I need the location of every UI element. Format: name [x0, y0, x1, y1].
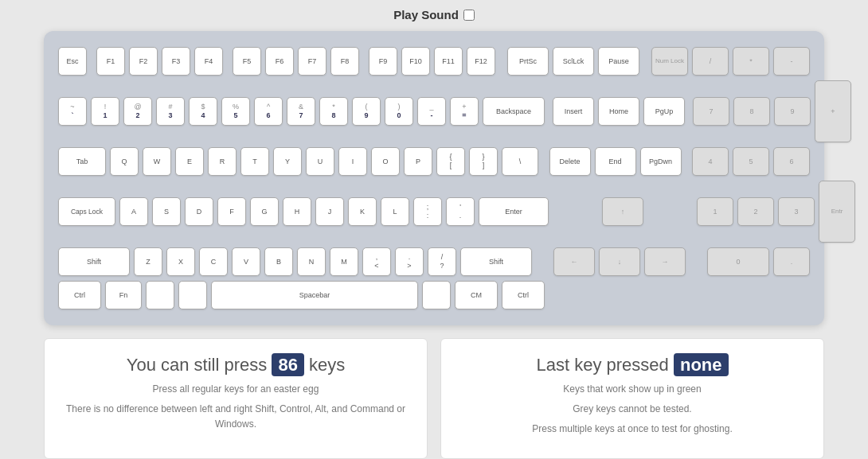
key-f12[interactable]: F12	[467, 47, 495, 76]
key-h[interactable]: H	[283, 197, 311, 226]
key-f8[interactable]: F8	[330, 47, 359, 76]
key-num-dot[interactable]: .	[773, 247, 810, 276]
key-slash[interactable]: /?	[428, 247, 456, 276]
key-esc[interactable]: Esc	[58, 47, 87, 76]
key-num-plus[interactable]: +	[815, 80, 851, 142]
key-w[interactable]: W	[143, 147, 171, 176]
key-delete[interactable]: Delete	[549, 147, 591, 176]
key-f[interactable]: F	[217, 197, 246, 226]
key-t[interactable]: T	[240, 147, 269, 176]
key-pause[interactable]: Pause	[598, 47, 639, 76]
key-arrow-down[interactable]: ↓	[599, 247, 640, 276]
key-ctrl-left[interactable]: Ctrl	[58, 281, 101, 309]
key-tilde[interactable]: ~`	[58, 97, 87, 126]
key-f5[interactable]: F5	[233, 47, 261, 76]
key-d[interactable]: D	[185, 197, 213, 226]
key-num2[interactable]: 2	[737, 197, 774, 226]
key-b[interactable]: B	[264, 247, 293, 276]
key-q[interactable]: Q	[110, 147, 139, 176]
key-u[interactable]: U	[306, 147, 334, 176]
key-f3[interactable]: F3	[162, 47, 190, 76]
key-f11[interactable]: F11	[434, 47, 463, 76]
key-5[interactable]: %5	[221, 97, 250, 126]
key-num0[interactable]: 0	[707, 247, 769, 276]
key-6[interactable]: ^6	[254, 97, 283, 126]
key-z[interactable]: Z	[134, 247, 162, 276]
key-4[interactable]: $4	[189, 97, 217, 126]
key-num9[interactable]: 9	[774, 97, 811, 126]
key-num6[interactable]: 6	[773, 147, 810, 176]
key-win-left[interactable]	[146, 281, 174, 309]
key-y[interactable]: Y	[273, 147, 302, 176]
key-1[interactable]: !1	[91, 97, 119, 126]
key-0[interactable]: )0	[385, 97, 413, 126]
key-9[interactable]: (9	[352, 97, 381, 126]
key-2[interactable]: @2	[123, 97, 152, 126]
key-i[interactable]: I	[338, 147, 367, 176]
key-arrow-up[interactable]: ↑	[602, 197, 643, 226]
key-a[interactable]: A	[119, 197, 148, 226]
key-shift-right[interactable]: Shift	[460, 247, 532, 276]
key-ctrl-right[interactable]: Ctrl	[502, 281, 545, 309]
key-semicolon[interactable]: ;:	[413, 197, 442, 226]
key-capslock[interactable]: Caps Lock	[58, 197, 115, 226]
key-tab[interactable]: Tab	[58, 147, 106, 176]
key-fn[interactable]: Fn	[105, 281, 142, 309]
key-pgup[interactable]: PgUp	[643, 97, 685, 126]
play-sound-checkbox[interactable]	[463, 10, 475, 21]
key-minus[interactable]: _-	[417, 97, 446, 126]
key-f9[interactable]: F9	[369, 47, 397, 76]
key-arrow-left[interactable]: ←	[553, 247, 595, 276]
key-home[interactable]: Home	[598, 97, 639, 126]
key-m[interactable]: M	[330, 247, 358, 276]
key-num-enter[interactable]: Entr	[819, 181, 855, 243]
key-alt-right[interactable]	[422, 281, 451, 309]
key-3[interactable]: #3	[156, 97, 185, 126]
key-f1[interactable]: F1	[96, 47, 125, 76]
key-7[interactable]: &7	[287, 97, 315, 126]
key-backslash[interactable]: \	[502, 147, 538, 176]
key-bracket-open[interactable]: {[	[436, 147, 465, 176]
key-quote[interactable]: '.	[446, 197, 475, 226]
key-num3[interactable]: 3	[778, 197, 815, 226]
key-space[interactable]: Spacebar	[211, 281, 418, 309]
key-num8[interactable]: 8	[733, 97, 770, 126]
key-period[interactable]: .>	[395, 247, 424, 276]
key-cm[interactable]: CM	[455, 281, 498, 309]
key-num-star[interactable]: *	[733, 47, 769, 76]
key-f2[interactable]: F2	[129, 47, 158, 76]
key-numlock[interactable]: Num Lock	[651, 47, 688, 76]
key-8[interactable]: *8	[319, 97, 348, 126]
key-v[interactable]: V	[232, 247, 260, 276]
key-backspace[interactable]: Backspace	[483, 97, 545, 126]
key-s[interactable]: S	[152, 197, 181, 226]
key-end[interactable]: End	[595, 147, 636, 176]
key-insert[interactable]: Insert	[553, 97, 594, 126]
key-f4[interactable]: F4	[194, 47, 223, 76]
key-num4[interactable]: 4	[692, 147, 729, 176]
key-comma[interactable]: ,<	[362, 247, 391, 276]
key-equal[interactable]: +=	[450, 97, 479, 126]
key-o[interactable]: O	[371, 147, 400, 176]
key-f10[interactable]: F10	[401, 47, 430, 76]
key-pgdn[interactable]: PgDwn	[640, 147, 682, 176]
key-j[interactable]: J	[315, 197, 344, 226]
key-shift-left[interactable]: Shift	[58, 247, 130, 276]
key-enter[interactable]: Enter	[479, 197, 549, 226]
key-prtsc[interactable]: PrtSc	[507, 47, 549, 76]
key-num-minus[interactable]: -	[773, 47, 810, 76]
key-num5[interactable]: 5	[733, 147, 769, 176]
key-x[interactable]: X	[166, 247, 195, 276]
key-scllck[interactable]: SclLck	[553, 47, 594, 76]
key-arrow-right[interactable]: →	[644, 247, 686, 276]
key-c[interactable]: C	[199, 247, 228, 276]
key-num-slash[interactable]: /	[692, 47, 729, 76]
key-g[interactable]: G	[250, 197, 279, 226]
key-num1[interactable]: 1	[697, 197, 733, 226]
key-f6[interactable]: F6	[265, 47, 294, 76]
key-n[interactable]: N	[297, 247, 326, 276]
key-k[interactable]: K	[348, 197, 377, 226]
key-e[interactable]: E	[175, 147, 204, 176]
key-f7[interactable]: F7	[298, 47, 326, 76]
key-bracket-close[interactable]: }]	[469, 147, 498, 176]
